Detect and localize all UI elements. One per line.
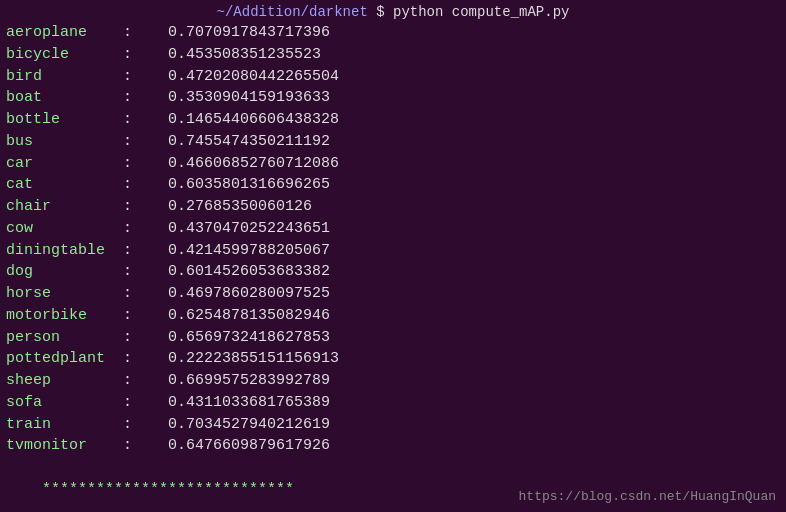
data-row: horse : 0.4697860280097525 xyxy=(6,283,780,305)
row-label: motorbike xyxy=(6,307,123,324)
row-label: person xyxy=(6,329,123,346)
row-label: diningtable xyxy=(6,242,123,259)
row-colon: : xyxy=(123,394,168,411)
row-colon: : xyxy=(123,350,168,367)
data-row: bus : 0.7455474350211192 xyxy=(6,131,780,153)
data-row: person : 0.6569732418627853 xyxy=(6,327,780,349)
row-colon: : xyxy=(123,416,168,433)
row-label: tvmonitor xyxy=(6,437,123,454)
row-value: 0.27685350060126 xyxy=(168,198,312,215)
row-value: 0.4370470252243651 xyxy=(168,220,330,237)
row-colon: : xyxy=(123,68,168,85)
row-value: 0.7455474350211192 xyxy=(168,133,330,150)
data-row: tvmonitor : 0.6476609879617926 xyxy=(6,435,780,457)
row-colon: : xyxy=(123,220,168,237)
row-label: dog xyxy=(6,263,123,280)
data-row: bottle : 0.14654406606438328 xyxy=(6,109,780,131)
row-label: bicycle xyxy=(6,46,123,63)
terminal-window: ~/Addition/darknet $ python compute_mAP.… xyxy=(0,0,786,512)
data-row: sheep : 0.6699575283992789 xyxy=(6,370,780,392)
row-colon: : xyxy=(123,285,168,302)
title-path: ~/Addition/darknet xyxy=(217,4,368,20)
row-colon: : xyxy=(123,242,168,259)
data-row: bicycle : 0.453508351235523 xyxy=(6,44,780,66)
data-row: dog : 0.6014526053683382 xyxy=(6,261,780,283)
row-label: sofa xyxy=(6,394,123,411)
row-label: cat xyxy=(6,176,123,193)
row-value: 0.6014526053683382 xyxy=(168,263,330,280)
row-label: car xyxy=(6,155,123,172)
row-label: bird xyxy=(6,68,123,85)
row-colon: : xyxy=(123,176,168,193)
data-row: sofa : 0.4311033681765389 xyxy=(6,392,780,414)
row-colon: : xyxy=(123,198,168,215)
row-value: 0.46606852760712086 xyxy=(168,155,339,172)
data-row: diningtable : 0.4214599788205067 xyxy=(6,240,780,262)
output-lines: aeroplane : 0.7070917843717396bicycle : … xyxy=(6,22,780,457)
row-colon: : xyxy=(123,437,168,454)
row-value: 0.6254878135082946 xyxy=(168,307,330,324)
row-label: chair xyxy=(6,198,123,215)
data-row: aeroplane : 0.7070917843717396 xyxy=(6,22,780,44)
row-value: 0.4697860280097525 xyxy=(168,285,330,302)
title-command: $ python compute_mAP.py xyxy=(376,4,569,20)
row-value: 0.6035801316696265 xyxy=(168,176,330,193)
data-row: cow : 0.4370470252243651 xyxy=(6,218,780,240)
row-colon: : xyxy=(123,263,168,280)
row-colon: : xyxy=(123,46,168,63)
row-label: horse xyxy=(6,285,123,302)
row-colon: : xyxy=(123,372,168,389)
row-label: cow xyxy=(6,220,123,237)
row-value: 0.6569732418627853 xyxy=(168,329,330,346)
row-colon: : xyxy=(123,111,168,128)
data-row: train : 0.7034527940212619 xyxy=(6,414,780,436)
row-colon: : xyxy=(123,329,168,346)
row-value: 0.47202080442265504 xyxy=(168,68,339,85)
data-row: chair : 0.27685350060126 xyxy=(6,196,780,218)
row-value: 0.4311033681765389 xyxy=(168,394,330,411)
row-label: train xyxy=(6,416,123,433)
row-colon: : xyxy=(123,24,168,41)
row-value: 0.6699575283992789 xyxy=(168,372,330,389)
row-value: 0.7070917843717396 xyxy=(168,24,330,41)
row-label: aeroplane xyxy=(6,24,123,41)
row-label: bus xyxy=(6,133,123,150)
row-label: pottedplant xyxy=(6,350,123,367)
row-value: 0.22223855151156913 xyxy=(168,350,339,367)
row-value: 0.7034527940212619 xyxy=(168,416,330,433)
watermark: https://blog.csdn.net/HuangInQuan xyxy=(519,489,776,504)
data-row: pottedplant : 0.22223855151156913 xyxy=(6,348,780,370)
row-colon: : xyxy=(123,155,168,172)
row-colon: : xyxy=(123,89,168,106)
row-label: sheep xyxy=(6,372,123,389)
data-row: bird : 0.47202080442265504 xyxy=(6,66,780,88)
title-bar: ~/Addition/darknet $ python compute_mAP.… xyxy=(6,4,780,20)
row-value: 0.4214599788205067 xyxy=(168,242,330,259)
row-value: 0.3530904159193633 xyxy=(168,89,330,106)
row-value: 0.453508351235523 xyxy=(168,46,321,63)
data-row: cat : 0.6035801316696265 xyxy=(6,174,780,196)
row-value: 0.14654406606438328 xyxy=(168,111,339,128)
row-colon: : xyxy=(123,133,168,150)
row-value: 0.6476609879617926 xyxy=(168,437,330,454)
row-colon: : xyxy=(123,307,168,324)
row-label: boat xyxy=(6,89,123,106)
row-label: bottle xyxy=(6,111,123,128)
data-row: motorbike : 0.6254878135082946 xyxy=(6,305,780,327)
data-row: car : 0.46606852760712086 xyxy=(6,153,780,175)
data-row: boat : 0.3530904159193633 xyxy=(6,87,780,109)
